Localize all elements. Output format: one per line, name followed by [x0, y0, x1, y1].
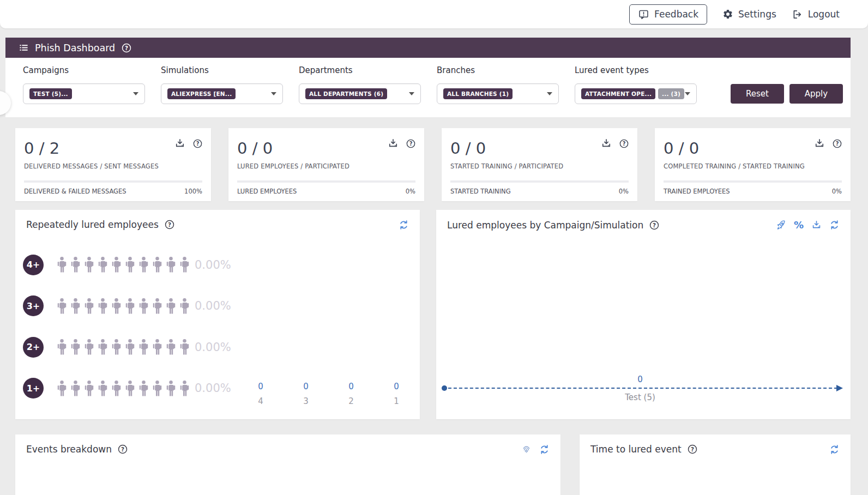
filter-group-lured-event-types: Lured event types ATTACHMENT OPE... ... … [575, 65, 713, 104]
person-icon [85, 380, 94, 397]
help-icon[interactable] [619, 138, 629, 149]
person-icon [57, 298, 67, 315]
count-col-1: 0 1 [391, 382, 402, 406]
data-point[interactable] [442, 385, 447, 391]
export-icon[interactable] [388, 138, 399, 149]
apply-button[interactable]: Apply [789, 84, 843, 104]
person-icon [71, 256, 80, 273]
gear-icon [722, 9, 733, 20]
progress-track [237, 180, 415, 183]
export-icon[interactable] [174, 138, 185, 149]
panel-title: Events breakdown [26, 444, 112, 455]
person-icons [57, 298, 189, 315]
axis-arrow [836, 385, 843, 391]
count-col-2: 0 2 [346, 382, 357, 406]
fingerprint-icon[interactable] [521, 444, 532, 455]
reset-button[interactable]: Reset [731, 84, 784, 104]
branches-select[interactable]: ALL BRANCHES (1) [437, 83, 559, 104]
person-icon [180, 298, 189, 315]
person-icon [57, 256, 67, 273]
person-icon [166, 339, 176, 355]
person-icon [112, 339, 121, 355]
export-icon[interactable] [601, 138, 612, 149]
person-icon [180, 256, 189, 273]
person-icon [98, 339, 107, 355]
person-icon [153, 339, 162, 355]
filter-bar: Campaigns TEST (5)... Simulations ALIEXP… [5, 58, 851, 117]
logout-button[interactable]: Logout [792, 9, 840, 20]
stat-label: DELIVERED MESSAGES / SENT MESSAGES [24, 162, 202, 170]
person-icon [166, 380, 176, 397]
topbar: Feedback Settings Logout [0, 0, 868, 28]
lured-event-types-select[interactable]: ATTACHMENT OPE... ... (3) [575, 83, 697, 104]
stat-footer-value: 0% [406, 188, 415, 195]
person-icons [57, 380, 189, 397]
person-icon [98, 380, 107, 397]
person-icon [139, 339, 148, 355]
lured-row-2plus: 2+ 0.00% [23, 327, 420, 368]
filter-label: Departments [299, 65, 437, 75]
chevron-down-icon [547, 92, 552, 95]
stat-footer-label: DELIVERED & FAILED MESSAGES [24, 188, 126, 195]
refresh-icon[interactable] [829, 220, 840, 230]
panel-title: Repeatedly lured employees [26, 219, 159, 230]
logout-icon [792, 9, 803, 20]
person-icons [57, 339, 189, 355]
feedback-button[interactable]: Feedback [629, 4, 707, 25]
bottom-row: Events breakdown Time to lured event [15, 434, 851, 495]
filter-tag: ALL DEPARTMENTS (6) [305, 88, 387, 99]
row-percent: 0.00% [195, 258, 231, 271]
feedback-icon [638, 9, 649, 20]
count-value: 0 [346, 382, 357, 391]
refresh-icon[interactable] [399, 220, 409, 230]
menu-icon[interactable] [19, 43, 29, 53]
campaigns-select[interactable]: TEST (5)... [23, 83, 145, 104]
help-icon[interactable] [406, 138, 416, 149]
person-icon [57, 380, 67, 397]
person-icon [125, 298, 135, 315]
logout-label: Logout [808, 9, 840, 20]
stat-footer-value: 0% [619, 188, 629, 195]
settings-label: Settings [738, 9, 776, 20]
help-icon[interactable] [649, 220, 660, 231]
filter-group-simulations: Simulations ALIEXPRESS [EN... [161, 65, 299, 104]
times-badge: 1+ [23, 378, 44, 399]
simulations-select[interactable]: ALIEXPRESS [EN... [161, 83, 283, 104]
help-icon[interactable] [192, 138, 203, 149]
x-tick-label: Test (5) [625, 393, 655, 402]
person-icon [71, 298, 80, 315]
chevron-down-icon [271, 92, 276, 95]
count-times: 4 [255, 396, 266, 406]
stat-label: STARTED TRAINING / PARTICIPATED [450, 162, 629, 170]
export-icon[interactable] [811, 220, 822, 230]
dashboard-container: Phish Dashboard Campaigns TEST (5)... Si… [5, 38, 851, 495]
help-icon[interactable] [164, 219, 175, 230]
events-breakdown-panel: Events breakdown [15, 434, 560, 495]
person-icon [125, 339, 135, 355]
progress-track [24, 180, 202, 183]
count-col-4: 0 4 [255, 382, 266, 406]
help-icon[interactable] [832, 138, 842, 149]
filter-group-campaigns: Campaigns TEST (5)... [23, 65, 161, 104]
departments-select[interactable]: ALL DEPARTMENTS (6) [299, 83, 421, 104]
help-icon[interactable] [687, 444, 698, 455]
stat-footer-value: 0% [832, 188, 842, 195]
person-icon [139, 298, 148, 315]
rocket-icon[interactable] [776, 220, 786, 230]
filter-label: Simulations [161, 65, 299, 75]
person-icon [71, 380, 80, 397]
row-percent: 0.00% [195, 299, 231, 312]
refresh-icon[interactable] [539, 444, 550, 455]
help-icon[interactable] [121, 43, 132, 53]
refresh-icon[interactable] [829, 444, 840, 455]
filter-label: Lured event types [575, 65, 713, 75]
help-icon[interactable] [117, 444, 128, 455]
count-times: 3 [300, 396, 311, 406]
percent-icon[interactable]: % [794, 219, 804, 231]
settings-button[interactable]: Settings [722, 9, 776, 20]
feedback-label: Feedback [654, 9, 698, 20]
person-icon [125, 256, 135, 273]
person-icons [57, 256, 189, 273]
filter-label: Campaigns [23, 65, 161, 75]
export-icon[interactable] [814, 138, 825, 149]
